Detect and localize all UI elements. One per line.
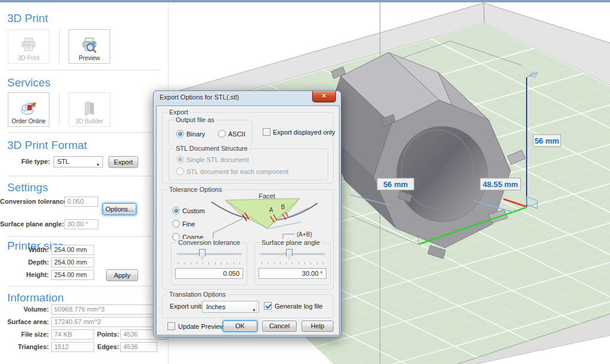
generate-log-label[interactable]: Generate log file: [275, 303, 323, 310]
binary-radio-label[interactable]: Binary: [186, 130, 205, 138]
each-component-label: STL document for each component: [186, 168, 288, 175]
conversion-tolerance-value[interactable]: 0.050: [175, 268, 243, 279]
facet-diagram-title: Facet: [259, 192, 275, 200]
export-group: Export Output file as Binary ASCII Expor…: [162, 112, 334, 183]
cancel-button[interactable]: Cancel: [262, 321, 297, 332]
height-label: Height:: [0, 270, 49, 280]
3d-builder-icon: [80, 101, 98, 116]
export-displayed-only-label[interactable]: Export displayed only: [273, 129, 335, 136]
conversion-tolerance-title: Conversion tolerance: [176, 239, 242, 246]
options-button[interactable]: Options...: [102, 203, 136, 215]
ascii-radio[interactable]: [218, 130, 226, 138]
export-units-value: Inches: [206, 303, 225, 310]
width-field[interactable]: 254.00 mm: [51, 245, 94, 255]
conversion-tolerance-slider[interactable]: [176, 249, 242, 262]
order-online-button[interactable]: Order Online: [8, 92, 49, 127]
section-title-format: 3D Print Format: [7, 139, 87, 152]
single-stl-radio: [176, 155, 184, 163]
update-preview-label[interactable]: Update Preview: [178, 323, 225, 330]
ascii-radio-label[interactable]: ASCII: [228, 130, 245, 138]
section-title-information: Information: [7, 291, 64, 304]
dialog-body: Export Output file as Binary ASCII Expor…: [156, 105, 340, 335]
section-title-3d-print: 3D Print: [7, 12, 48, 25]
update-preview-checkbox[interactable]: [167, 322, 175, 330]
printer-icon: [20, 38, 38, 53]
depth-label: Depth:: [0, 257, 49, 267]
export-group-title: Export: [167, 108, 190, 116]
preview-button-label: Preview: [79, 55, 100, 61]
surface-angle-label: Surface plane angle:: [0, 219, 62, 229]
conversion-tolerance-label: Conversion tolerance:: [0, 197, 62, 207]
help-button[interactable]: Help: [301, 321, 334, 332]
custom-radio-label[interactable]: Custom: [182, 207, 205, 214]
preview-button[interactable]: Preview: [69, 29, 110, 64]
print-button: 3D Print: [8, 29, 49, 64]
depth-field[interactable]: 254.00 mm: [51, 257, 94, 267]
close-icon[interactable]: ×: [312, 91, 336, 102]
surface-plane-angle-slider[interactable]: [260, 249, 325, 262]
file-size-field: 74 KB: [51, 329, 94, 340]
file-type-label: File type:: [0, 157, 50, 167]
volume-label: Volume:: [0, 304, 49, 315]
cloud-upload-icon: [20, 101, 38, 116]
surface-area-label: Surface area:: [0, 317, 49, 327]
generate-log-checkbox[interactable]: [264, 302, 272, 310]
surface-plane-angle-group: Surface plane angle 30.00 °: [254, 242, 331, 285]
slider-track: [176, 253, 242, 255]
section-divider: [7, 236, 161, 237]
button-separator: [59, 30, 60, 63]
dimension-label-left: 56 mm: [377, 178, 414, 190]
dropdown-arrow-icon: ▼: [252, 305, 256, 316]
conversion-tolerance-group: Conversion tolerance 0.050: [171, 242, 247, 285]
angle-b-label: B: [281, 204, 285, 210]
conversion-tolerance-field: 0.050: [64, 197, 98, 207]
section-title-settings: Settings: [7, 181, 48, 194]
output-file-group: Output file as Binary ASCII: [169, 120, 252, 146]
builder-button: 3D Builder: [69, 92, 110, 127]
file-size-label: File size:: [0, 329, 49, 340]
builder-button-label: 3D Builder: [76, 118, 104, 125]
stl-structure-group-title: STL Document Structure: [174, 145, 250, 152]
section-divider: [7, 70, 161, 70]
angle-a-label: A: [269, 207, 273, 213]
section-divider: [7, 132, 161, 133]
slider-ticks: [178, 262, 240, 265]
slider-thumb[interactable]: [286, 249, 292, 260]
leader-lines: [213, 219, 295, 241]
translation-options-group: Translation Options Export units: Inches…: [162, 294, 334, 318]
angle-sum-label: (A+B): [297, 231, 312, 238]
width-label: Width:: [0, 245, 49, 255]
slider-track: [260, 253, 325, 255]
export-button[interactable]: Export: [108, 156, 138, 168]
slider-ticks: [262, 262, 323, 265]
binary-radio[interactable]: [176, 130, 184, 138]
section-divider: [7, 176, 161, 176]
preview-icon: [80, 38, 98, 53]
dimension-label-left-text: 56 mm: [383, 180, 407, 189]
translation-group-title: Translation Options: [167, 291, 228, 298]
apply-button[interactable]: Apply: [106, 269, 138, 281]
tolerance-options-group: Tolerance Options Custom Fine Coarse Fac…: [162, 189, 334, 290]
dimension-label-front-text: 48.55 mm: [483, 180, 518, 189]
print-button-label: 3D Print: [18, 55, 39, 61]
fine-radio-label[interactable]: Fine: [182, 220, 195, 228]
edges-field: 4536: [120, 342, 157, 352]
surface-angle-field: 30.00 °: [64, 219, 98, 229]
dimension-label-front: 48.55 mm: [480, 178, 521, 190]
custom-radio[interactable]: [172, 207, 180, 214]
surface-plane-angle-value[interactable]: 30.00 °: [259, 268, 326, 279]
export-displayed-only-checkbox[interactable]: [263, 128, 270, 136]
group-separator: [256, 298, 257, 315]
triangles-label: Triangles:: [0, 342, 49, 352]
slider-thumb[interactable]: [199, 249, 206, 260]
export-units-dropdown[interactable]: Inches ▼: [202, 301, 259, 313]
dropdown-arrow-icon: ▼: [96, 160, 100, 170]
file-type-dropdown[interactable]: STL ▼: [54, 156, 103, 167]
window-top-border: [0, 0, 610, 2]
fine-radio[interactable]: [172, 220, 180, 228]
height-field[interactable]: 254.00 mm: [51, 270, 94, 280]
surface-plane-angle-title: Surface plane angle: [260, 239, 322, 246]
section-title-services: Services: [7, 76, 51, 89]
ok-button[interactable]: OK: [223, 321, 257, 332]
export-options-dialog: Export Options for STL(.stl) × Export Ou…: [153, 91, 341, 337]
